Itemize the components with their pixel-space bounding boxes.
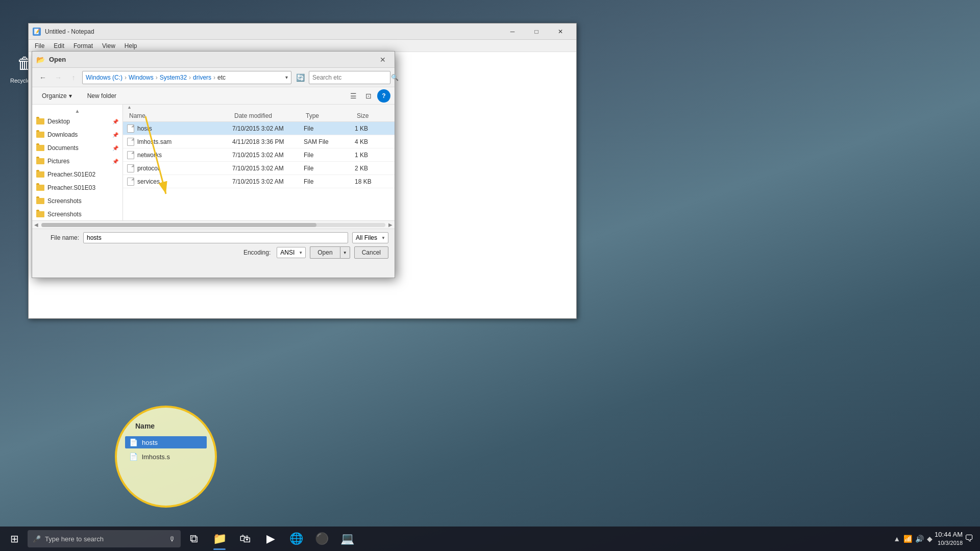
file-date: 7/10/2015 3:02 AM (232, 125, 304, 132)
file-doc-icon (127, 178, 134, 186)
up-button[interactable]: ↑ (67, 71, 80, 84)
new-folder-button[interactable]: New folder (82, 90, 122, 102)
taskbar-notepad[interactable]: 💻 (335, 527, 359, 551)
file-doc-icon (127, 164, 134, 172)
search-box[interactable]: 🔍 (309, 71, 390, 84)
notepad-close-button[interactable]: ✕ (549, 24, 572, 39)
file-row-hosts[interactable]: hosts 7/10/2015 3:02 AM File 1 KB (123, 122, 395, 135)
sidebar-item-preacher-e02[interactable]: Preacher.S01E02 (32, 168, 122, 181)
organize-arrow: ▾ (69, 92, 72, 99)
taskbar-right: ▲ 📶 🔊 ◆ 10:44 AM 10/3/2018 🗨 (893, 530, 978, 547)
refresh-button[interactable]: 🔄 (293, 71, 307, 84)
organize-button[interactable]: Organize ▾ (36, 90, 78, 102)
taskbar-chrome[interactable]: 🌐 (284, 527, 308, 551)
menu-file[interactable]: File (31, 41, 48, 51)
taskbar-sys-icons: ▲ 📶 🔊 ◆ (893, 535, 933, 543)
dialog-bottom: File name: All Files Encoding: ANSI Open… (32, 229, 395, 262)
expand-icon[interactable]: ▲ (893, 535, 900, 543)
dialog-action-row: Encoding: ANSI Open ▼ Cancel (38, 246, 388, 259)
breadcrumb-bar[interactable]: Windows (C:) › Windows › System32 › driv… (82, 71, 291, 84)
dropbox-taskbar-icon[interactable]: ◆ (927, 535, 933, 543)
breadcrumb-item-0[interactable]: Windows (C:) (86, 74, 122, 81)
maximize-button[interactable]: □ (525, 24, 548, 39)
file-size: 4 KB (355, 138, 390, 145)
hscroll-left-button[interactable]: ◀ (32, 222, 40, 228)
folder-icon (36, 132, 44, 138)
file-name-networks: networks (127, 151, 232, 159)
view-details-button[interactable]: ☰ (347, 89, 360, 103)
file-label: lmhosts.sam (137, 138, 172, 145)
open-button[interactable]: Open (310, 246, 339, 259)
notepad-win-controls: ─ □ ✕ (501, 24, 572, 39)
hscroll-thumb[interactable] (41, 223, 316, 227)
volume-icon[interactable]: 🔊 (915, 535, 924, 543)
view-controls: ☰ ⊡ ? (347, 89, 390, 103)
notepad-title: Untitled - Notepad (45, 28, 497, 35)
hscroll-track[interactable] (41, 223, 385, 227)
col-header-date[interactable]: Date modified (232, 111, 304, 120)
breadcrumb-item-2[interactable]: System32 (160, 74, 187, 81)
folder-icon (36, 171, 44, 178)
taskbar-unknown[interactable]: ⚫ (309, 527, 334, 551)
sidebar-scroll-up[interactable]: ▲ (32, 107, 122, 115)
help-button[interactable]: ? (377, 89, 390, 103)
minimize-button[interactable]: ─ (501, 24, 524, 39)
taskbar-store[interactable]: 🛍 (233, 527, 257, 551)
pin-icon: 📌 (112, 119, 118, 124)
menu-view[interactable]: View (98, 41, 119, 51)
view-preview-button[interactable]: ⊡ (362, 89, 375, 103)
zoom-file-label: hosts (142, 439, 158, 446)
col-header-name[interactable]: Name (127, 111, 232, 120)
file-row-networks[interactable]: networks 7/10/2015 3:02 AM File 1 KB (123, 148, 395, 162)
filetype-select[interactable]: All Files (352, 232, 388, 243)
forward-button[interactable]: → (52, 71, 65, 84)
pin-icon: 📌 (112, 132, 118, 138)
hscroll-right-button[interactable]: ▶ (386, 222, 395, 228)
horizontal-scrollbar[interactable]: ◀ ▶ (32, 220, 395, 229)
file-row-protocol[interactable]: protocol 7/10/2015 3:02 AM File 2 KB (123, 162, 395, 175)
notification-icon[interactable]: 🗨 (965, 533, 974, 544)
sidebar-item-screenshots-1[interactable]: Screenshots (32, 194, 122, 208)
open-dropdown-arrow[interactable]: ▼ (340, 246, 350, 259)
taskbar-search[interactable]: 🎤 Type here to search 🎙 (28, 530, 181, 547)
sidebar-item-documents[interactable]: Documents 📌 (32, 141, 122, 155)
sidebar-item-downloads[interactable]: Downloads 📌 (32, 128, 122, 141)
encoding-select[interactable]: ANSI (277, 247, 306, 258)
dialog-actionbar: Organize ▾ New folder ☰ ⊡ ? (32, 87, 395, 105)
sidebar-item-pictures[interactable]: Pictures 📌 (32, 155, 122, 168)
file-row-services[interactable]: services 7/10/2015 3:02 AM File 18 KB (123, 175, 395, 188)
sidebar-item-desktop[interactable]: Desktop 📌 (32, 115, 122, 128)
menu-edit[interactable]: Edit (50, 41, 68, 51)
network-icon[interactable]: 📶 (903, 535, 912, 543)
file-date: 7/10/2015 3:02 AM (232, 178, 304, 185)
cancel-button[interactable]: Cancel (354, 246, 388, 259)
zoom-column-header: Name (125, 422, 207, 430)
sidebar-item-label: Screenshots (47, 211, 82, 218)
breadcrumb-sep-1: › (156, 74, 158, 81)
col-header-type[interactable]: Type (304, 111, 355, 120)
file-row-lmhosts[interactable]: lmhosts.sam 4/11/2018 3:36 PM SAM File 4… (123, 135, 395, 148)
back-button[interactable]: ← (36, 71, 50, 84)
taskbar-file-explorer[interactable]: 📁 (207, 527, 232, 551)
sidebar-item-preacher-e03[interactable]: Preacher.S01E03 (32, 181, 122, 194)
folder-icon (36, 185, 44, 191)
taskbar-task-view[interactable]: ⧉ (182, 527, 206, 551)
breadcrumb-item-3[interactable]: drivers (193, 74, 211, 81)
breadcrumb-item-1[interactable]: Windows (129, 74, 154, 81)
taskbar-clock[interactable]: 10:44 AM 10/3/2018 (935, 530, 963, 547)
dialog-sidebar: ▲ Desktop 📌 Downloads 📌 Documents 📌 Pict… (32, 105, 123, 220)
breadcrumb-dropdown-arrow[interactable]: ▾ (285, 74, 288, 80)
col-header-size[interactable]: Size (355, 111, 390, 120)
start-button[interactable]: ⊞ (2, 527, 27, 551)
filename-input[interactable] (83, 232, 348, 243)
sidebar-item-screenshots-2[interactable]: Screenshots (32, 208, 122, 220)
search-input[interactable] (312, 74, 389, 81)
taskbar-search-placeholder: Type here to search (45, 535, 104, 543)
dialog-titlebar: 📂 Open ✕ (32, 52, 395, 68)
menu-help[interactable]: Help (120, 41, 141, 51)
zoom-annotation: Name 📄 hosts 📄 lmhosts.s (115, 406, 217, 508)
menu-format[interactable]: Format (69, 41, 97, 51)
sidebar-item-label: Screenshots (47, 197, 82, 205)
dialog-close-button[interactable]: ✕ (375, 53, 390, 67)
taskbar-vlc[interactable]: ▶ (258, 527, 283, 551)
